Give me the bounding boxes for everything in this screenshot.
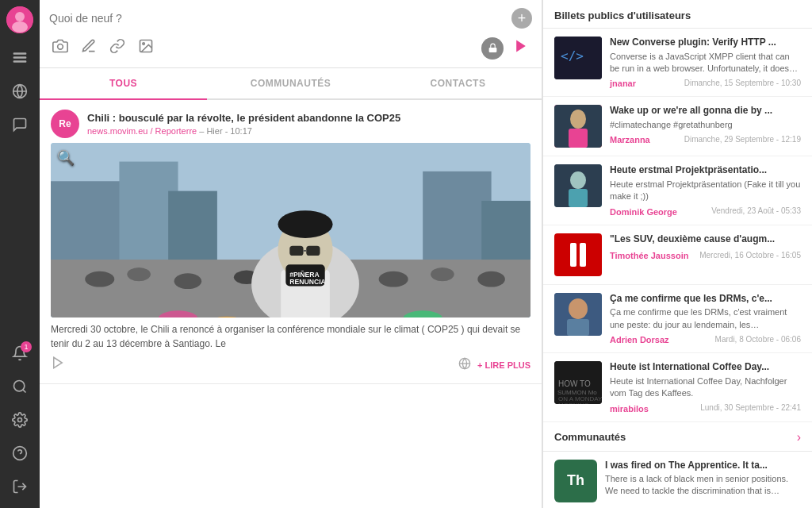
communities-expand-icon[interactable]: › bbox=[797, 430, 801, 444]
feed: Re Chili : bousculé par la révolte, le p… bbox=[40, 100, 542, 508]
public-tickets-title: Billets publics d'utilisateurs bbox=[543, 0, 812, 29]
read-more-button[interactable]: + LIRE PLUS bbox=[477, 360, 530, 370]
svg-point-9 bbox=[18, 418, 22, 422]
location-icon[interactable] bbox=[458, 357, 471, 373]
ticket-title: New Converse plugin: Verify HTTP ... bbox=[610, 37, 801, 49]
svg-point-53 bbox=[570, 171, 586, 189]
svg-text:</>: </> bbox=[561, 48, 584, 64]
ticket-item[interactable]: Wake up or we're all gonna die by ... #c… bbox=[543, 97, 812, 156]
ticket-desc: Converse is a JavaScript XMPP client tha… bbox=[610, 51, 801, 75]
svg-rect-5 bbox=[13, 60, 27, 63]
svg-rect-57 bbox=[567, 319, 589, 336]
right-sidebar: Billets publics d'utilisateurs </> New C… bbox=[542, 0, 812, 508]
svg-rect-4 bbox=[13, 56, 27, 59]
draw-icon[interactable] bbox=[78, 35, 100, 61]
post-card: Re Chili : bousculé par la révolte, le p… bbox=[40, 100, 542, 384]
ticket-info: "Les SUV, deuxième cause d'augm... Timot… bbox=[610, 233, 801, 276]
ticket-info: Ça me confirme que les DRMs, c'e... Ça m… bbox=[610, 293, 801, 344]
zoom-icon[interactable]: 🔍 bbox=[57, 149, 75, 167]
svg-rect-36 bbox=[289, 246, 303, 256]
read-more-label: + LIRE PLUS bbox=[477, 360, 530, 370]
svg-rect-14 bbox=[488, 48, 496, 52]
communities-section-header[interactable]: Communautés › bbox=[543, 422, 812, 452]
community-thumbnail: Th bbox=[554, 460, 597, 502]
community-item[interactable]: Th I was fired on The Apprentice. It ta.… bbox=[543, 452, 812, 509]
ticket-desc: Heute ist International Coffee Day, Nach… bbox=[610, 375, 801, 400]
svg-point-50 bbox=[570, 110, 586, 129]
logout-icon[interactable] bbox=[6, 473, 33, 500]
post-image-scene: #PIÑERA RENUNCIA 🔍 bbox=[51, 143, 530, 318]
post-title: Chili : bousculé par la révolte, le prés… bbox=[87, 112, 530, 125]
ticket-date: Dimanche, 15 Septembre - 10:30 bbox=[684, 79, 801, 87]
ticket-title: Wake up or we're all gonna die by ... bbox=[610, 105, 801, 117]
post-input[interactable] bbox=[49, 12, 505, 25]
ticket-item[interactable]: "Les SUV, deuxième cause d'augm... Timot… bbox=[543, 225, 812, 285]
avatar[interactable] bbox=[6, 6, 33, 33]
send-post-button[interactable] bbox=[510, 35, 532, 61]
chat-icon[interactable] bbox=[6, 111, 33, 138]
svg-text:HOW TO: HOW TO bbox=[558, 379, 591, 388]
ticket-date: Lundi, 30 Septembre - 22:41 bbox=[700, 403, 801, 412]
tab-communautes[interactable]: COMMUNAUTÉS bbox=[207, 68, 374, 100]
bell-icon[interactable]: 1 bbox=[6, 340, 33, 367]
post-date: – Hier - 10:17 bbox=[199, 126, 252, 136]
ticket-title: "Les SUV, deuxième cause d'augm... bbox=[610, 233, 801, 246]
svg-point-24 bbox=[127, 267, 151, 281]
ticket-author: Dominik George bbox=[610, 207, 677, 217]
post-avatar: Re bbox=[51, 110, 79, 138]
post-description: Mercredi 30 octobre, le Chili a renoncé … bbox=[51, 322, 530, 351]
ticket-title: Heute ist International Coffee Day... bbox=[610, 361, 801, 374]
ticket-thumbnail: </> bbox=[554, 37, 602, 79]
globe-icon[interactable] bbox=[6, 78, 33, 105]
ticket-desc: Ça me confirme que les DRMs, c'est vraim… bbox=[610, 306, 801, 331]
settings-icon[interactable] bbox=[6, 406, 33, 433]
link-icon[interactable] bbox=[106, 35, 128, 61]
ticket-title: Ça me confirme que les DRMs, c'e... bbox=[610, 293, 801, 306]
camera-icon[interactable] bbox=[49, 35, 71, 61]
home-icon[interactable] bbox=[6, 44, 33, 71]
ticket-item[interactable]: Heute erstmal Projektpräsentatio... Heut… bbox=[543, 156, 812, 225]
svg-rect-3 bbox=[13, 52, 27, 55]
post-footer: + LIRE PLUS bbox=[51, 356, 530, 374]
tab-tous[interactable]: TOUS bbox=[40, 68, 207, 100]
svg-rect-37 bbox=[306, 246, 320, 256]
ticket-author: mirabilos bbox=[610, 404, 649, 414]
ticket-title: Heute erstmal Projektpräsentatio... bbox=[610, 164, 801, 177]
help-icon[interactable] bbox=[6, 440, 33, 467]
community-desc: There is a lack of black men in senior p… bbox=[605, 473, 801, 498]
search-icon[interactable] bbox=[6, 373, 33, 400]
ticket-date: Vendredi, 23 Août - 05:33 bbox=[711, 206, 801, 215]
main-content: + TOUS COMMUNAUTÉS bbox=[40, 0, 542, 508]
post-input-area: + bbox=[40, 0, 542, 68]
post-source: news.movim.eu / Reporterre – Hier - 10:1… bbox=[87, 126, 530, 136]
community-thumb-label: Th bbox=[567, 472, 584, 489]
svg-marker-15 bbox=[516, 40, 526, 52]
svg-marker-44 bbox=[54, 357, 63, 368]
ticket-info: Wake up or we're all gonna die by ... #c… bbox=[610, 105, 801, 148]
svg-point-39 bbox=[278, 210, 332, 238]
ticket-item[interactable]: HOW TO SUMMON Mo ON A MONDAY MORNING Heu… bbox=[543, 353, 812, 421]
image-icon[interactable] bbox=[135, 35, 157, 61]
post-image[interactable]: #PIÑERA RENUNCIA 🔍 bbox=[51, 143, 530, 318]
svg-point-13 bbox=[143, 43, 145, 45]
svg-rect-51 bbox=[569, 129, 588, 148]
notification-badge: 1 bbox=[21, 341, 32, 352]
svg-point-23 bbox=[85, 271, 114, 287]
ticket-item[interactable]: Ça me confirme que les DRMs, c'e... Ça m… bbox=[543, 285, 812, 353]
tab-contacts[interactable]: CONTACTS bbox=[374, 68, 542, 100]
ticket-thumbnail bbox=[554, 105, 602, 148]
ticket-date: Mardi, 8 Octobre - 06:06 bbox=[715, 335, 801, 344]
svg-point-25 bbox=[174, 273, 202, 289]
post-share-button[interactable] bbox=[51, 356, 65, 374]
lock-button[interactable] bbox=[481, 37, 504, 60]
add-post-button[interactable]: + bbox=[511, 8, 532, 29]
ticket-author: Timothée Jaussoin bbox=[610, 251, 688, 260]
svg-point-28 bbox=[431, 267, 454, 281]
post-source-link[interactable]: news.movim.eu / Reporterre bbox=[87, 126, 197, 136]
ticket-item[interactable]: </> New Converse plugin: Verify HTTP ...… bbox=[543, 29, 812, 97]
ticket-thumbnail bbox=[554, 233, 602, 276]
svg-point-1 bbox=[15, 12, 25, 21]
ticket-desc: Heute erstmal Projektpräsentation (Fake … bbox=[610, 179, 801, 203]
left-sidebar: 1 bbox=[0, 0, 40, 508]
post-meta: Chili : bousculé par la révolte, le prés… bbox=[87, 112, 530, 136]
